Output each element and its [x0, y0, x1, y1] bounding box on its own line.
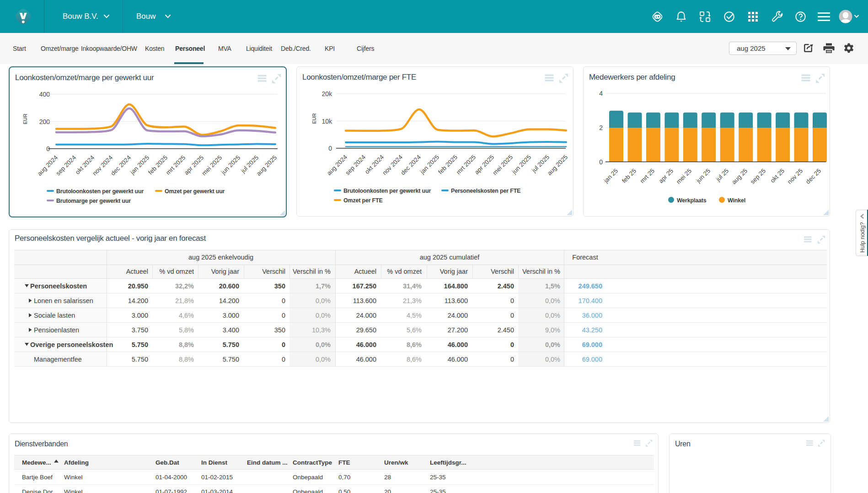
svg-text:jan 2025: jan 2025 [129, 154, 150, 176]
svg-text:feb 25: feb 25 [621, 168, 638, 184]
svg-text:dec 25: dec 25 [804, 168, 822, 185]
svg-text:sep 2024: sep 2024 [54, 154, 77, 177]
svg-text:aug 25: aug 25 [730, 168, 749, 186]
svg-text:okt 25: okt 25 [769, 168, 786, 184]
svg-text:sep 2024: sep 2024 [344, 153, 367, 176]
svg-text:nov 25: nov 25 [786, 168, 804, 185]
svg-text:jun 25: jun 25 [695, 168, 712, 184]
svg-text:jan 25: jan 25 [602, 168, 619, 184]
svg-text:sep 25: sep 25 [749, 168, 767, 185]
svg-text:dec 2024: dec 2024 [399, 153, 422, 176]
svg-text:mrt 25: mrt 25 [638, 168, 656, 185]
svg-text:feb 2025: feb 2025 [437, 154, 459, 176]
svg-text:mrt 2025: mrt 2025 [165, 154, 187, 176]
svg-text:aug 2025: aug 2025 [546, 154, 569, 177]
svg-text:mei 2025: mei 2025 [491, 154, 514, 177]
svg-text:aug 2025: aug 2025 [255, 154, 278, 177]
svg-text:dec 2024: dec 2024 [109, 154, 132, 177]
svg-text:apr 25: apr 25 [657, 168, 675, 185]
svg-text:jun 2025: jun 2025 [510, 154, 532, 176]
svg-text:jun 2025: jun 2025 [220, 154, 241, 176]
svg-text:mei 25: mei 25 [675, 168, 693, 185]
svg-text:jul 25: jul 25 [714, 168, 730, 183]
svg-text:jan 2025: jan 2025 [418, 154, 440, 176]
svg-text:mei 2025: mei 2025 [200, 154, 223, 177]
svg-text:mrt 2025: mrt 2025 [455, 154, 477, 176]
